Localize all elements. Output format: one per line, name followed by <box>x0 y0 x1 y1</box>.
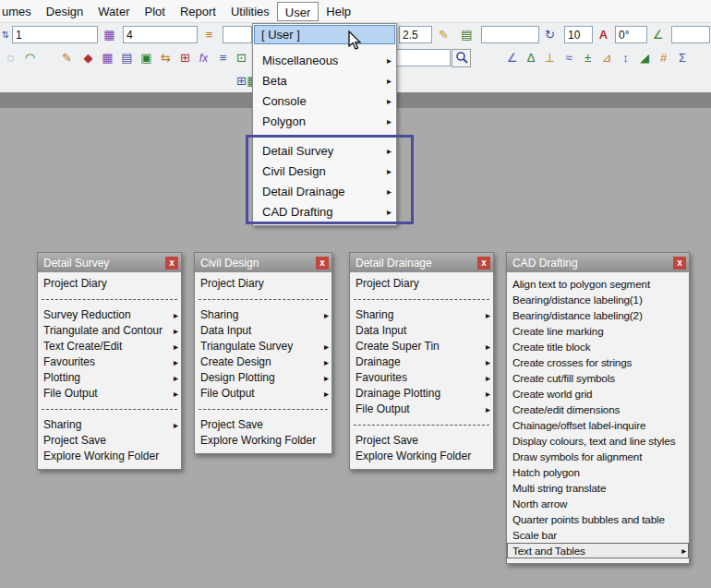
menu-item-beta[interactable]: Beta▸ <box>253 71 396 91</box>
grid-ref-icon[interactable]: # <box>655 49 672 66</box>
menu-item-bearing-distance-labeling-2[interactable]: Bearing/distance labeling(2) <box>507 307 689 323</box>
image-icon[interactable]: ▦ <box>99 49 116 66</box>
menu-item-project-diary[interactable]: Project Diary <box>195 276 331 292</box>
menu-item-miscellaneous[interactable]: Miscellaneous▸ <box>253 51 396 71</box>
menu-item-create-title-block[interactable]: Create title block <box>507 339 689 354</box>
menu-item-create-cut-fill-symbols[interactable]: Create cut/fill symbols <box>507 370 689 386</box>
menu-item-project-save[interactable]: Project Save <box>350 433 493 449</box>
menu-item-bearing-distance-labeling-1[interactable]: Bearing/distance labeling(1) <box>507 292 689 307</box>
menu-item-design-plotting[interactable]: Design Plotting▸ <box>195 370 331 386</box>
palette-titlebar[interactable]: CAD Draftingx <box>507 253 689 272</box>
layers-icon[interactable]: ≡ <box>214 49 232 66</box>
menu-item-drainage[interactable]: Drainage▸ <box>350 354 493 370</box>
menu-item-favourites[interactable]: Favourites▸ <box>38 354 181 370</box>
dotted-arc-icon[interactable]: ◠ <box>21 49 39 66</box>
menu-item-explore-working-folder[interactable]: Explore Working Folder <box>350 449 493 464</box>
window-icon[interactable]: ⊡ <box>233 49 250 66</box>
tag-icon[interactable]: ◆ <box>79 49 97 66</box>
sum-icon[interactable]: Σ <box>674 49 692 66</box>
menu-item-file-output[interactable]: File Output▸ <box>38 386 181 402</box>
menubar-item-utilities[interactable]: Utilities <box>223 2 277 21</box>
menu-item-create-super-tin[interactable]: Create Super Tin▸ <box>350 339 493 354</box>
text-height-icon[interactable]: A <box>595 26 612 43</box>
menu-item-civil-design[interactable]: Civil Design▸ <box>253 162 396 182</box>
model-chart-icon[interactable]: ▦ <box>101 26 118 43</box>
offset-field[interactable] <box>671 26 710 43</box>
right-triangle-icon[interactable]: ⊿ <box>598 49 616 66</box>
menu-item-create-crosses-for-strings[interactable]: Create crosses for strings <box>507 354 689 370</box>
menu-item-file-output[interactable]: File Output▸ <box>195 386 331 402</box>
perpendicular-icon[interactable]: ⊥ <box>541 49 559 66</box>
edit-note-icon[interactable]: ✎ <box>58 49 76 66</box>
palette-titlebar[interactable]: Civil Designx <box>195 253 331 272</box>
menu-item-draw-symbols-for-alignment[interactable]: Draw symbols for alignment <box>507 449 689 464</box>
menu-item-explore-working-folder[interactable]: Explore Working Folder <box>38 449 181 464</box>
refresh-icon[interactable]: ↻ <box>542 26 558 43</box>
menu-item-scale-bar[interactable]: Scale bar <box>507 527 689 543</box>
menu-item-polygon[interactable]: Polygon▸ <box>253 112 396 132</box>
menubar-item-design[interactable]: Design <box>39 2 90 21</box>
palette-titlebar[interactable]: Detail Surveyx <box>38 253 181 272</box>
model-field[interactable] <box>12 26 98 43</box>
menu-item-text-and-tables[interactable]: Text and Tables▸ <box>507 543 689 558</box>
menubar-item-umes[interactable]: umes <box>0 2 39 21</box>
menu-item-project-diary[interactable]: Project Diary <box>38 276 181 292</box>
menu-item-sharing[interactable]: Sharing▸ <box>350 307 493 323</box>
menu-item-file-output[interactable]: File Output▸ <box>350 402 493 417</box>
linewidth-field[interactable] <box>123 26 198 43</box>
menu-item-create-world-grid[interactable]: Create world grid <box>507 386 689 402</box>
search-button[interactable] <box>452 49 471 67</box>
slope-icon[interactable]: ◢ <box>636 49 654 66</box>
menu-item-project-save[interactable]: Project Save <box>38 433 181 449</box>
menu-item-hatch-polygon[interactable]: Hatch polygon <box>507 464 689 480</box>
menu-item-detail-survey[interactable]: Detail Survey▸ <box>253 141 396 162</box>
angle-field[interactable] <box>615 26 647 43</box>
menu-item-triangulate-survey[interactable]: Triangulate Survey▸ <box>195 339 331 354</box>
menu-item-drainage-plotting[interactable]: Drainage Plotting▸ <box>350 386 493 402</box>
texture-icon[interactable]: ▤ <box>458 26 476 43</box>
menubar-item-report[interactable]: Report <box>173 2 223 21</box>
menu-item-project-diary[interactable]: Project Diary <box>350 276 493 292</box>
search-input[interactable] <box>388 49 451 66</box>
menu-item-text-create-edit[interactable]: Text Create/Edit▸ <box>38 339 181 354</box>
style-field[interactable] <box>481 26 539 43</box>
menu-item-create-design[interactable]: Create Design▸ <box>195 354 331 370</box>
save-icon[interactable]: ▣ <box>138 49 155 66</box>
menu-item-data-input[interactable]: Data Input <box>195 323 331 339</box>
raster-icon[interactable]: ▤ <box>118 49 136 66</box>
function-icon[interactable]: fx <box>195 49 212 66</box>
close-button[interactable]: x <box>165 257 178 270</box>
menubar-item-water[interactable]: Water <box>90 2 137 21</box>
menu-item-project-save[interactable]: Project Save <box>195 417 331 433</box>
models-icon[interactable]: ⊞ <box>176 49 194 66</box>
palette-titlebar[interactable]: Detail Drainagex <box>350 253 493 272</box>
menu-item-cad-drafting[interactable]: CAD Drafting▸ <box>253 202 396 222</box>
menu-item-align-text-to-polygon-segment[interactable]: Align text to polygon segment <box>507 276 689 292</box>
menubar-item-plot[interactable]: Plot <box>137 2 172 21</box>
menu-item-create-edit-dimensions[interactable]: Create/edit dimensions <box>507 402 689 417</box>
menu-item-plotting[interactable]: Plotting▸ <box>38 370 181 386</box>
menu-item-sharing[interactable]: Sharing▸ <box>38 417 181 433</box>
menu-item-display-colours-text-and-line-styles[interactable]: Display colours, text and line styles <box>507 433 689 449</box>
share-icon[interactable]: ⇆ <box>157 49 175 66</box>
menu-item-multi-string-translate[interactable]: Multi string translate <box>507 480 689 496</box>
rotate-angle-icon[interactable]: ∠ <box>649 26 667 43</box>
plus-minus-icon[interactable]: ± <box>579 49 597 66</box>
close-button[interactable]: x <box>477 257 490 270</box>
menu-item-triangulate-and-contour[interactable]: Triangulate and Contour▸ <box>38 323 181 339</box>
pencil-icon[interactable]: ✎ <box>435 26 452 43</box>
delta-height-icon[interactable]: Δ <box>523 49 540 66</box>
menu-item-chainage-offset-label-inquire[interactable]: Chainage/offset label-inquire <box>507 417 689 433</box>
dotted-circle-icon[interactable]: ◌ <box>2 49 19 66</box>
menu-item-console[interactable]: Console▸ <box>253 91 396 112</box>
point-size-field[interactable] <box>564 26 593 43</box>
menu-item-detail-drainage[interactable]: Detail Drainage▸ <box>253 182 396 202</box>
approximate-icon[interactable]: ≈ <box>560 49 578 66</box>
menu-item-sharing[interactable]: Sharing▸ <box>195 307 331 323</box>
menu-item-quarter-points-bubbles-and-table[interactable]: Quarter points bubbles and table <box>507 511 689 527</box>
close-button[interactable]: x <box>316 257 329 270</box>
menu-tearoff-header[interactable]: [ User ] <box>254 25 395 44</box>
menubar-item-help[interactable]: Help <box>319 2 358 21</box>
colour-field[interactable] <box>223 26 252 43</box>
vertical-range-icon[interactable]: ↕ <box>617 49 634 66</box>
